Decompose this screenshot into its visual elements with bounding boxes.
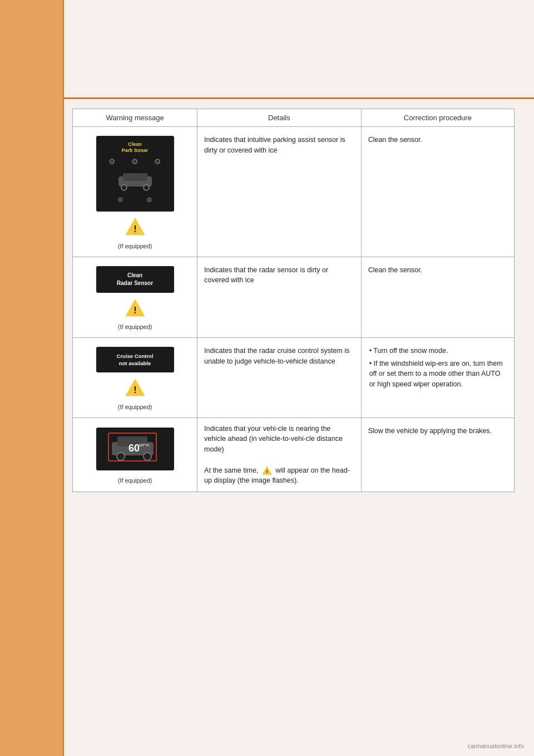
- warning-cell-4: 60 MPH (If equipped): [73, 418, 197, 492]
- svg-text:!: !: [134, 385, 136, 395]
- svg-point-3: [144, 185, 149, 190]
- correction-bullet-2: If the windshield wip-ers are on, turn t…: [368, 359, 507, 390]
- warning-cell-3: Cruise Control not available ! (If equip…: [73, 337, 197, 418]
- correction-cell-3: Turn off the snow mode. If the windshiel…: [361, 337, 514, 418]
- cruise-label: Cruise Control not available: [101, 352, 170, 367]
- dot-icon-1: ⚙: [117, 195, 123, 205]
- svg-text:!: !: [266, 469, 268, 474]
- alert-icon-3: !: [125, 378, 146, 400]
- alert-icon-1: !: [125, 217, 146, 239]
- cruise-control-image: Cruise Control not available: [96, 347, 174, 373]
- svg-text:!: !: [134, 224, 136, 234]
- svg-text:!: !: [134, 306, 136, 315]
- speed-car-svg: 60 MPH: [107, 432, 163, 463]
- warning-cell-2: Clean Radar Sensor ! (If equipped): [73, 257, 197, 337]
- alert-icon-2: !: [125, 298, 146, 321]
- col-header-details: Details: [197, 109, 362, 127]
- svg-point-13: [144, 453, 151, 460]
- correction-cell-4: Slow the vehicle by applying the brakes.: [361, 418, 514, 492]
- svg-text:MPH: MPH: [139, 443, 149, 448]
- gear-icon-2: ⚙: [131, 156, 139, 168]
- col-header-correction: Correction procedure: [361, 109, 514, 127]
- table-row: Clean Park Sonar ⚙ ⚙ ⚙: [73, 127, 515, 257]
- svg-rect-1: [123, 173, 147, 181]
- warning-table: Warning message Details Correction proce…: [72, 109, 515, 492]
- dot-icon-2: ⚙: [146, 195, 152, 205]
- header-line: [64, 97, 534, 99]
- inline-car-icon: !: [261, 465, 273, 475]
- details-part-1: Indicates that your vehi-cle is nearing …: [204, 425, 343, 454]
- car-svg-1: [113, 170, 157, 191]
- table-row: Clean Radar Sensor ! (If equipped) Indic…: [73, 257, 515, 337]
- details-cell-1: Indicates that intuitive parking assist …: [197, 127, 362, 257]
- col-header-warning: Warning message: [73, 109, 197, 127]
- correction-bullet-1: Turn off the snow mode.: [368, 346, 507, 356]
- radar-sensor-label: Clean Radar Sensor: [101, 272, 170, 287]
- correction-cell-2: Clean the sensor.: [361, 257, 514, 337]
- if-equipped-3: (If equipped): [80, 402, 190, 412]
- main-content: Warning message Details Correction proce…: [72, 109, 515, 492]
- details-cell-4: Indicates that your vehi-cle is nearing …: [197, 418, 362, 492]
- details-cell-3: Indicates that the radar cruise control …: [197, 337, 362, 418]
- svg-point-2: [121, 185, 127, 190]
- if-equipped-4: (If equipped): [80, 476, 190, 485]
- if-equipped-1: (If equipped): [80, 242, 190, 251]
- park-sonar-image: Clean Park Sonar ⚙ ⚙ ⚙: [96, 136, 174, 212]
- sidebar: [0, 0, 64, 756]
- warning-cell-1: Clean Park Sonar ⚙ ⚙ ⚙: [73, 127, 197, 257]
- correction-cell-1: Clean the sensor.: [361, 127, 514, 257]
- speed-image: 60 MPH: [96, 428, 174, 470]
- svg-point-12: [117, 453, 125, 460]
- watermark: carmanualonline.info: [467, 743, 524, 749]
- svg-text:60: 60: [128, 443, 140, 454]
- details-cell-2: Indicates that the radar sensor is dirty…: [197, 257, 362, 337]
- gear-icon-1: ⚙: [108, 156, 116, 168]
- park-sonar-label: Clean Park Sonar: [101, 141, 170, 154]
- radar-sensor-image: Clean Radar Sensor: [96, 266, 174, 293]
- table-row: 60 MPH (If equipped) Indicates that your…: [73, 418, 515, 492]
- details-part-2: At the same time,: [204, 467, 258, 474]
- if-equipped-2: (If equipped): [80, 322, 190, 332]
- table-row: Cruise Control not available ! (If equip…: [73, 337, 515, 418]
- gear-icon-3: ⚙: [154, 156, 161, 168]
